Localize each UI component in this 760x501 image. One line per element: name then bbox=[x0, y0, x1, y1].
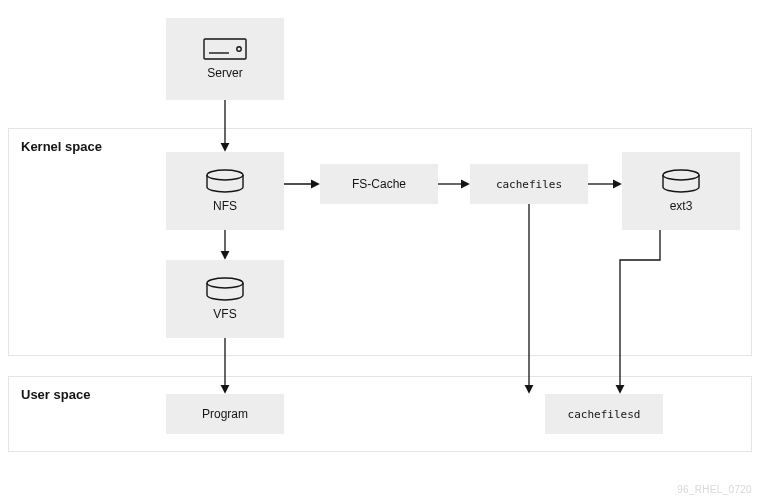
node-vfs: VFS bbox=[166, 260, 284, 338]
server-icon bbox=[203, 38, 247, 60]
node-ext3: ext3 bbox=[622, 152, 740, 230]
node-cachefiles: cachefiles bbox=[470, 164, 588, 204]
node-nfs-label: NFS bbox=[213, 199, 237, 213]
disk-icon bbox=[205, 277, 245, 301]
node-program: Program bbox=[166, 394, 284, 434]
node-cachefilesd-label: cachefilesd bbox=[568, 408, 641, 421]
node-program-label: Program bbox=[202, 407, 248, 421]
attribution: 96_RHEL_0720 bbox=[677, 484, 752, 495]
node-fscache-label: FS-Cache bbox=[352, 177, 406, 191]
kernel-space-label: Kernel space bbox=[21, 139, 102, 154]
svg-point-3 bbox=[207, 170, 243, 180]
node-server-label: Server bbox=[207, 66, 242, 80]
node-ext3-label: ext3 bbox=[670, 199, 693, 213]
svg-point-2 bbox=[237, 47, 241, 51]
disk-icon bbox=[661, 169, 701, 193]
svg-rect-0 bbox=[204, 39, 246, 59]
node-vfs-label: VFS bbox=[213, 307, 236, 321]
svg-point-5 bbox=[207, 278, 243, 288]
node-cachefiles-label: cachefiles bbox=[496, 178, 562, 191]
user-space-label: User space bbox=[21, 387, 90, 402]
node-nfs: NFS bbox=[166, 152, 284, 230]
node-fscache: FS-Cache bbox=[320, 164, 438, 204]
node-cachefilesd: cachefilesd bbox=[545, 394, 663, 434]
svg-point-4 bbox=[663, 170, 699, 180]
node-server: Server bbox=[166, 18, 284, 100]
disk-icon bbox=[205, 169, 245, 193]
